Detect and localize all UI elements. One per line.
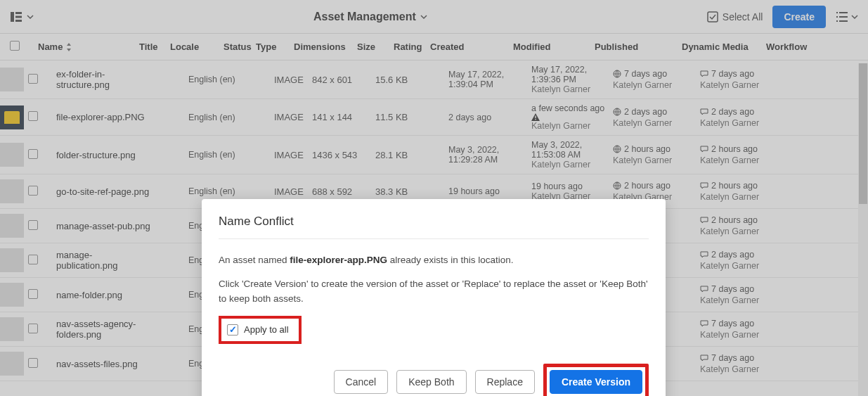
apply-to-all-checkbox[interactable] — [227, 324, 238, 336]
dialog-title: Name Conflict — [219, 215, 649, 229]
apply-to-all-highlight: Apply to all — [219, 316, 302, 344]
dialog-message-2: Click 'Create Version' to create the ver… — [219, 277, 649, 306]
keep-both-button[interactable]: Keep Both — [396, 370, 466, 394]
name-conflict-dialog: Name Conflict An asset named file-explor… — [202, 199, 666, 396]
create-version-button[interactable]: Create Version — [550, 370, 642, 394]
create-version-highlight: Create Version — [543, 364, 649, 396]
cancel-button[interactable]: Cancel — [334, 370, 389, 394]
replace-button[interactable]: Replace — [475, 370, 535, 394]
dialog-message-1: An asset named file-explorer-app.PNG alr… — [219, 253, 649, 267]
apply-to-all-label: Apply to all — [244, 324, 289, 335]
